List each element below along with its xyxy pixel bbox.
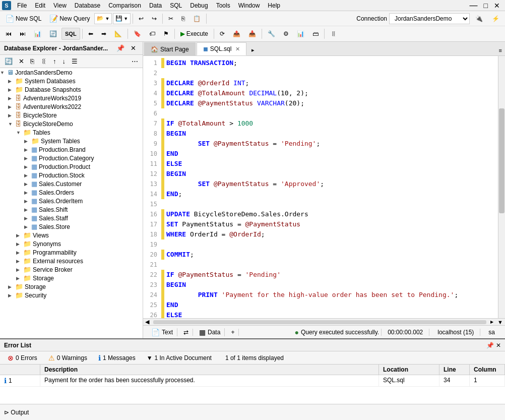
sb-arrow[interactable]: ▶ xyxy=(16,267,23,272)
tb2-btn2[interactable]: ⏭ xyxy=(16,28,29,40)
menu-data[interactable]: Data xyxy=(145,1,166,10)
prod-prod-arrow[interactable]: ▶ xyxy=(24,164,31,169)
tb2-btn8[interactable]: 🔖 xyxy=(130,28,145,40)
root-arrow[interactable]: ▼ xyxy=(0,70,7,75)
execute-btn[interactable]: ▶ Execute xyxy=(177,28,212,40)
prod-brand-arrow[interactable]: ▶ xyxy=(24,147,31,152)
vertical-scrollbar[interactable] xyxy=(498,56,505,318)
hscroll-jump[interactable]: ▼ xyxy=(495,319,505,325)
systbl-arrow[interactable]: ▶ xyxy=(24,139,31,144)
sidebar-more-btn[interactable]: ⋯ xyxy=(129,56,141,67)
save-dropdown[interactable]: 💾 ▼ xyxy=(113,13,131,24)
sidebar-delete-btn[interactable]: ✕ xyxy=(16,56,27,67)
paste-btn[interactable]: 📋 xyxy=(190,13,204,25)
storage-top-arrow[interactable]: ▶ xyxy=(8,284,15,289)
sidebar-refresh-btn[interactable]: 🔄 xyxy=(2,56,15,67)
open-dropdown[interactable]: 📂 ▼ xyxy=(94,13,112,24)
hscroll-right[interactable]: ▶ xyxy=(488,320,495,324)
tab-errors[interactable]: ⊗ 0 Errors xyxy=(4,352,41,364)
tab-sql[interactable]: ◼ SQL.sql ✕ xyxy=(197,42,247,55)
tree-bicyclestoreDemo[interactable]: ▼ 🗄 BicycleStoreDemo xyxy=(0,119,143,128)
tree-root[interactable]: ▼ 🖥 JordanSandersDemo xyxy=(0,68,143,77)
disconnect-btn[interactable]: ⚡ xyxy=(488,13,503,25)
db-snap-arrow[interactable]: ▶ xyxy=(8,87,15,92)
tb2-btn13[interactable]: 📥 xyxy=(245,28,260,40)
tb2-btn10[interactable]: ⚑ xyxy=(160,28,172,40)
data-tab[interactable]: ▦ Data xyxy=(195,328,225,336)
tree-db-snapshots[interactable]: ▶ 📁 Database Snapshots xyxy=(0,85,143,94)
tab-add-btn[interactable]: ▸ xyxy=(248,45,258,55)
sales-store-arrow[interactable]: ▶ xyxy=(24,224,31,229)
sidebar-copy-btn[interactable]: ⎘ xyxy=(28,56,37,67)
sales-oi-arrow[interactable]: ▶ xyxy=(24,199,31,204)
tree-adventureworks2019[interactable]: ▶ 🗄 AdventureWorks2019 xyxy=(0,94,143,102)
prod-cat-arrow[interactable]: ▶ xyxy=(24,156,31,161)
minimize-button[interactable]: — xyxy=(467,1,481,10)
scrollbar-thumb[interactable] xyxy=(499,108,504,213)
prod-stock-arrow[interactable]: ▶ xyxy=(24,173,31,178)
sales-shift-arrow[interactable]: ▶ xyxy=(24,207,31,212)
sidebar-pin-btn[interactable]: 📌 xyxy=(114,43,127,53)
tb2-btn17[interactable]: 🗃 xyxy=(309,28,322,40)
tree-sales-staff[interactable]: ▶ ▦ Sales.Staff xyxy=(0,214,143,222)
tb2-btn11[interactable]: ⟳ xyxy=(216,28,228,40)
tree-system-tables[interactable]: ▶ 📁 System Tables xyxy=(0,137,143,145)
tab-warnings[interactable]: ⚠ 0 Warnings xyxy=(45,352,91,364)
close-window-button[interactable]: ✕ xyxy=(491,2,503,10)
redo-btn[interactable]: ↪ xyxy=(148,13,160,25)
sidebar-down-btn[interactable]: ↓ xyxy=(60,56,69,67)
new-query-button[interactable]: 📝 New Query xyxy=(46,13,93,25)
tree-views[interactable]: ▶ 📁 Views xyxy=(0,231,143,239)
tree-prod-category[interactable]: ▶ ▦ Production.Category xyxy=(0,154,143,162)
sales-staff-arrow[interactable]: ▶ xyxy=(24,216,31,221)
maximize-button[interactable]: □ xyxy=(481,2,491,10)
sidebar-filter-btn[interactable]: ⧛ xyxy=(38,56,49,67)
menu-window[interactable]: Window xyxy=(234,1,264,10)
aw2019-arrow[interactable]: ▶ xyxy=(8,96,15,101)
tb2-btn5[interactable]: ⬅ xyxy=(85,28,97,40)
menu-database[interactable]: Database xyxy=(71,1,104,10)
tree-sales-shift[interactable]: ▶ ▦ Sales.Shift xyxy=(0,205,143,214)
tree-bicyclestore[interactable]: ▶ 🗄 BicycleStore xyxy=(0,111,143,119)
tables-arrow[interactable]: ▼ xyxy=(16,130,23,135)
menu-file[interactable]: File xyxy=(13,1,31,10)
tree-system-databases[interactable]: ▶ 📁 System Databases xyxy=(0,77,143,85)
ext-arrow[interactable]: ▶ xyxy=(16,259,23,264)
sql-tab-close[interactable]: ✕ xyxy=(235,46,240,52)
syn-arrow[interactable]: ▶ xyxy=(16,242,23,247)
tree-synonyms[interactable]: ▶ 📁 Synonyms xyxy=(0,239,143,248)
aw2022-arrow[interactable]: ▶ xyxy=(8,104,15,109)
prog-arrow[interactable]: ▶ xyxy=(16,250,23,255)
tree-sales-orders[interactable]: ▶ ▦ Sales.Orders xyxy=(0,188,143,197)
tb2-refresh[interactable]: 🔄 xyxy=(46,28,60,40)
sidebar-close-btn[interactable]: ✕ xyxy=(128,43,139,53)
tree-service-broker[interactable]: ▶ 📁 Service Broker xyxy=(0,265,143,274)
tab-start-page[interactable]: 🏠 Start Page xyxy=(144,42,196,55)
hscroll-left[interactable]: ◀ xyxy=(143,319,151,325)
sidebar-up-btn[interactable]: ↑ xyxy=(50,56,59,67)
tb2-btn15[interactable]: ⚙ xyxy=(280,28,292,40)
bottom-panel-pin[interactable]: 📌 xyxy=(486,342,494,349)
tree-storage-top[interactable]: ▶ 📁 Storage xyxy=(0,282,143,291)
tree-external-resources[interactable]: ▶ 📁 External resources xyxy=(0,257,143,265)
sys-db-arrow[interactable]: ▶ xyxy=(8,79,15,84)
undo-btn[interactable]: ↩ xyxy=(135,13,147,25)
exchange-btn[interactable]: ⇄ xyxy=(179,329,193,336)
views-arrow[interactable]: ▶ xyxy=(16,233,23,238)
tree-tables-folder[interactable]: ▼ 📁 Tables xyxy=(0,128,143,137)
menu-sql[interactable]: SQL xyxy=(166,1,186,10)
tb2-filter[interactable]: ⧛ xyxy=(327,28,340,40)
tree-prod-product[interactable]: ▶ ▦ Production.Product xyxy=(0,162,143,171)
tb2-btn16[interactable]: 📊 xyxy=(293,28,308,40)
storage-bsd-arrow[interactable]: ▶ xyxy=(16,276,23,281)
tab-messages[interactable]: ℹ 1 Messages xyxy=(95,352,139,364)
bottom-panel-close[interactable]: ✕ xyxy=(496,342,501,349)
sec-arrow[interactable]: ▶ xyxy=(8,293,15,298)
tree-adventureworks2022[interactable]: ▶ 🗄 AdventureWorks2022 xyxy=(0,102,143,111)
connect-btn[interactable]: 🔌 xyxy=(472,13,486,25)
horizontal-scrollbar[interactable]: ◀ ▶ ▼ xyxy=(143,318,505,325)
tb2-btn1[interactable]: ⏮ xyxy=(2,28,15,40)
bsd-arrow[interactable]: ▼ xyxy=(8,122,15,127)
new-sql-button[interactable]: 📄 New SQL xyxy=(2,13,45,25)
sidebar-settings-btn[interactable]: ☰ xyxy=(69,56,80,67)
